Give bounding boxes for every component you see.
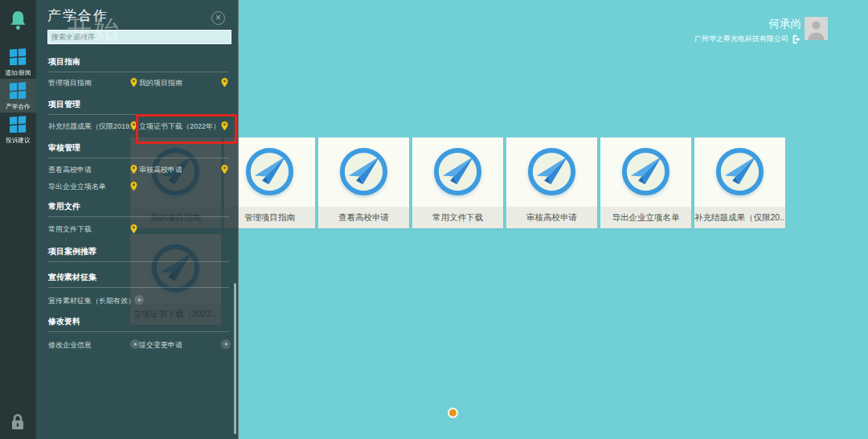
paper-plane-icon bbox=[432, 146, 483, 197]
divider bbox=[48, 158, 229, 158]
user-name: 何承尚 bbox=[769, 17, 802, 31]
app-card-export-enterprise-list[interactable]: 导出企业立项名单 bbox=[600, 137, 691, 228]
pin-icon bbox=[130, 180, 137, 191]
start-menu-panel: 产学合作 × 开始 项目指南 管理项目指南 我的项目指南 项目管理 补充结题成果… bbox=[36, 0, 239, 439]
menu-item-view-university-applications[interactable]: 查看高校申请 bbox=[48, 165, 92, 175]
card-label: 补充结题成果（仅限20... bbox=[694, 207, 785, 228]
lock-icon[interactable] bbox=[10, 413, 25, 431]
user-company-row: 广州华之尊光电科技有限公司 bbox=[694, 34, 801, 44]
panel-title: 产学合作 bbox=[47, 6, 108, 25]
divider bbox=[48, 331, 229, 332]
rail-item-industry-academia[interactable]: 产学合作 bbox=[0, 79, 36, 113]
pin-icon bbox=[130, 163, 137, 174]
menu-item-export-enterprise-list[interactable]: 导出企业立项名单 bbox=[48, 182, 106, 192]
pagination-dot[interactable] bbox=[449, 409, 457, 416]
avatar[interactable] bbox=[805, 17, 828, 40]
section-header: 审核管理 bbox=[48, 142, 80, 154]
windows-tiles-icon bbox=[10, 82, 27, 102]
paper-plane-icon bbox=[620, 146, 671, 197]
rail-item-notifications-news[interactable]: 通知/新闻 bbox=[0, 45, 36, 79]
rail-item-label: 产学合作 bbox=[1, 102, 35, 110]
section-header: 常用文件 bbox=[48, 201, 80, 212]
logout-icon[interactable] bbox=[792, 35, 801, 44]
circle-arrow-icon bbox=[134, 295, 144, 305]
card-label: 导出企业立项名单 bbox=[600, 207, 691, 228]
paper-plane-icon bbox=[526, 146, 577, 197]
app-screen: 我的项目指南 管理项目指南 查看高校申请 常用文件下载 审核高校申请 导出企业立… bbox=[0, 0, 868, 439]
paper-plane-icon bbox=[714, 146, 765, 197]
pin-icon bbox=[221, 76, 228, 87]
rail-item-complaints-suggestions[interactable]: 投诉建议 bbox=[0, 113, 36, 146]
left-rail: 通知/新闻 产学合作 投诉建议 bbox=[0, 0, 36, 439]
pin-icon bbox=[130, 223, 137, 233]
menu-item-project-certificate-download[interactable]: 立项证书下载（2022年） bbox=[139, 121, 220, 132]
company-name: 广州华之尊光电科技有限公司 bbox=[694, 34, 788, 44]
menu-item-review-university-applications[interactable]: 审核高校申请 bbox=[139, 165, 182, 175]
divider bbox=[48, 72, 229, 72]
menu-item-manage-project-guide[interactable]: 管理项目指南 bbox=[48, 78, 92, 88]
card-label: 常用文件下载 bbox=[412, 207, 503, 228]
menu-item-submit-change-request[interactable]: 提交变更申请 bbox=[139, 340, 182, 351]
paper-plane-icon bbox=[338, 146, 389, 197]
windows-tiles-icon bbox=[10, 116, 27, 136]
menu-item-supplementary-results[interactable]: 补充结题成果（仅限2019... bbox=[48, 121, 136, 132]
card-label: 审核高校申请 bbox=[506, 207, 597, 228]
section-header: 修改资料 bbox=[48, 316, 80, 327]
app-card-supplementary-results[interactable]: 补充结题成果（仅限20... bbox=[694, 137, 785, 228]
search-input[interactable] bbox=[47, 30, 231, 44]
divider bbox=[48, 114, 229, 115]
circle-arrow-icon bbox=[221, 339, 231, 349]
divider bbox=[48, 261, 229, 262]
app-card-common-file-download[interactable]: 常用文件下载 bbox=[412, 137, 503, 228]
windows-tiles-icon bbox=[10, 48, 27, 68]
section-header: 宣传素材征集 bbox=[48, 272, 96, 283]
rail-item-label: 通知/新闻 bbox=[1, 68, 35, 76]
pin-icon bbox=[221, 163, 228, 174]
section-header: 项目案例推荐 bbox=[48, 246, 96, 257]
app-card-review-university-applications[interactable]: 审核高校申请 bbox=[506, 137, 597, 228]
menu-item-promo-material-collection[interactable]: 宣传素材征集（长期有效） bbox=[48, 296, 135, 306]
menu-item-common-file-download[interactable]: 常用文件下载 bbox=[48, 224, 92, 235]
card-label: 查看高校申请 bbox=[318, 207, 409, 228]
pin-icon bbox=[130, 76, 137, 87]
notification-bell-icon[interactable] bbox=[9, 10, 27, 31]
divider bbox=[48, 216, 229, 217]
panel-scrollbar[interactable] bbox=[234, 283, 236, 434]
menu-item-modify-enterprise-info[interactable]: 修改企业信息 bbox=[48, 340, 92, 351]
pin-icon bbox=[130, 120, 137, 130]
section-header: 项目管理 bbox=[48, 99, 80, 110]
paper-plane-icon bbox=[244, 146, 295, 197]
divider bbox=[48, 287, 229, 288]
section-header: 项目指南 bbox=[48, 56, 80, 68]
menu-item-my-project-guide[interactable]: 我的项目指南 bbox=[139, 78, 182, 88]
pin-icon bbox=[221, 120, 228, 130]
close-icon[interactable]: × bbox=[211, 11, 225, 25]
app-card-view-university-applications[interactable]: 查看高校申请 bbox=[318, 137, 409, 228]
rail-item-label: 投诉建议 bbox=[1, 136, 35, 144]
